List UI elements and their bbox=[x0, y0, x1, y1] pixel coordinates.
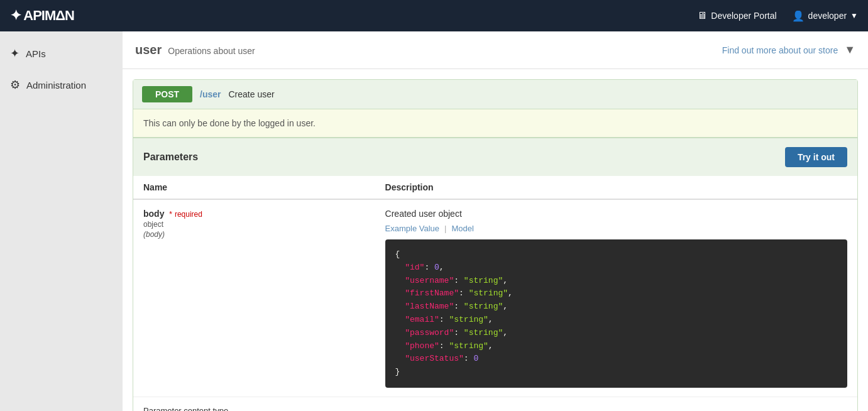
operation-bar: POST /user Create user bbox=[133, 80, 857, 109]
admin-icon: ⚙ bbox=[10, 78, 20, 92]
code-block: { "id": 0, "username": "string", "firstN… bbox=[385, 239, 847, 388]
developer-portal-link[interactable]: 🖥 Developer Portal bbox=[697, 10, 776, 21]
store-link[interactable]: Find out more about our store bbox=[722, 45, 838, 55]
main-content: user Operations about user Find out more… bbox=[123, 31, 868, 411]
operation-path: /user bbox=[200, 89, 221, 99]
try-it-out-button[interactable]: Try it out bbox=[785, 147, 847, 167]
puzzle-icon: ✦ bbox=[10, 47, 19, 60]
user-menu[interactable]: 👤 developer ▼ bbox=[792, 10, 858, 22]
sidebar-label-administration: Administration bbox=[26, 80, 86, 90]
navbar: ✦ APIMΔN 🖥 Developer Portal 👤 developer … bbox=[0, 0, 868, 31]
example-value-tabs: Example Value | Model bbox=[385, 224, 847, 233]
param-description: Created user object bbox=[385, 209, 847, 219]
param-description-cell: Created user object Example Value | Mode… bbox=[375, 199, 857, 397]
col-header-description: Description bbox=[375, 176, 857, 199]
example-value-tab[interactable]: Example Value bbox=[385, 224, 439, 233]
brand-logo[interactable]: ✦ APIMΔN bbox=[10, 8, 74, 24]
sidebar-label-apis: APIs bbox=[26, 48, 46, 59]
monitor-icon: 🖥 bbox=[697, 10, 707, 21]
content-type-label: Parameter content type bbox=[143, 406, 847, 411]
person-icon: 👤 bbox=[792, 10, 805, 22]
param-name-cell: body * required object (body) bbox=[133, 199, 375, 397]
chevron-down-icon: ▼ bbox=[844, 43, 855, 57]
content-type-section: Parameter content type application/json … bbox=[133, 397, 857, 411]
parameters-title: Parameters bbox=[143, 151, 198, 163]
sidebar-item-administration[interactable]: ⚙ Administration bbox=[0, 69, 123, 101]
param-location: (body) bbox=[143, 230, 165, 239]
param-type: object bbox=[143, 220, 365, 229]
section-subtitle: Operations about user bbox=[168, 46, 255, 56]
section-title-group: user Operations about user bbox=[135, 43, 255, 57]
section-header: user Operations about user Find out more… bbox=[123, 31, 868, 69]
section-header-right: Find out more about our store ▼ bbox=[722, 43, 855, 57]
parameters-table: Name Description body * required object … bbox=[133, 176, 857, 397]
model-tab[interactable]: Model bbox=[451, 224, 473, 233]
info-text: This can only be done by the logged in u… bbox=[143, 118, 316, 128]
section-title: user bbox=[135, 43, 162, 57]
param-required-label: required bbox=[175, 210, 202, 219]
brand-icon: ✦ APIMΔN bbox=[10, 8, 74, 24]
method-badge: POST bbox=[142, 86, 192, 102]
navbar-right: 🖥 Developer Portal 👤 developer ▼ bbox=[697, 10, 858, 22]
table-row: body * required object (body) Created us… bbox=[133, 199, 857, 397]
parameters-header: Parameters Try it out bbox=[133, 138, 857, 176]
tab-separator: | bbox=[444, 224, 446, 233]
col-header-name: Name bbox=[133, 176, 375, 199]
api-block: POST /user Create user This can only be … bbox=[133, 79, 858, 411]
operation-description: Create user bbox=[228, 89, 274, 99]
param-name: body bbox=[143, 209, 164, 219]
info-box: This can only be done by the logged in u… bbox=[133, 109, 857, 138]
sidebar-item-apis[interactable]: ✦ APIs bbox=[0, 38, 123, 69]
layout: ✦ APIs ⚙ Administration user Operations … bbox=[0, 31, 868, 411]
sidebar: ✦ APIs ⚙ Administration bbox=[0, 31, 123, 411]
chevron-down-icon: ▼ bbox=[850, 11, 858, 20]
